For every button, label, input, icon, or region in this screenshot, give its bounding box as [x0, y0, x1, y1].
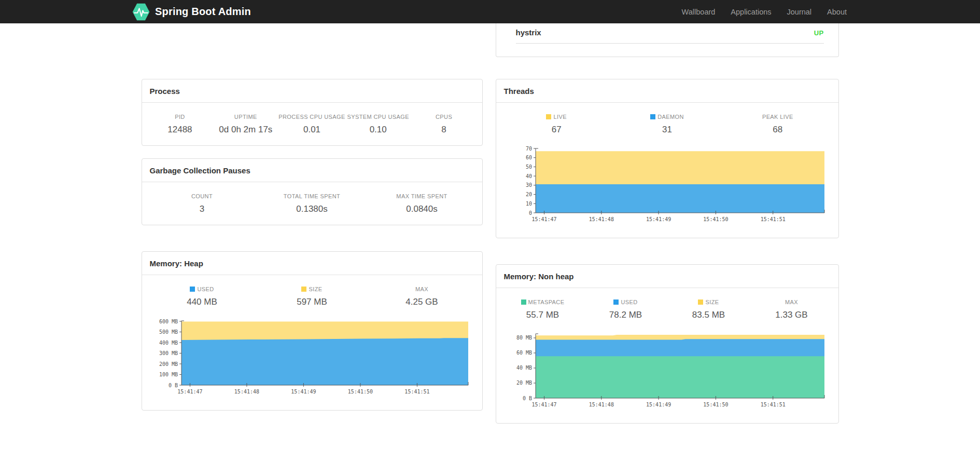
- stat-heap-max: MAX 4.25 GB: [367, 286, 477, 307]
- memory-nonheap-card: Memory: Non heap METASPACE 55.7 MB USED …: [496, 264, 839, 424]
- svg-text:0 B: 0 B: [522, 396, 531, 401]
- application-name: hystrix: [516, 28, 541, 37]
- svg-text:60 MB: 60 MB: [516, 350, 531, 356]
- svg-text:15:41:48: 15:41:48: [589, 402, 613, 407]
- svg-text:15:41:49: 15:41:49: [646, 402, 671, 407]
- left-column: Process PID 12488 UPTIME 0d 0h 2m 17s PR…: [142, 23, 483, 424]
- svg-text:40: 40: [525, 173, 531, 179]
- nonheap-stats: METASPACE 55.7 MB USED 78.2 MB SIZE 83.5…: [496, 288, 838, 331]
- navbar: Spring Boot Admin Wallboard Applications…: [0, 0, 980, 23]
- legend-swatch-metaspace: [521, 299, 526, 305]
- stat-uptime: UPTIME 0d 0h 2m 17s: [213, 114, 278, 135]
- nav-item-wallboard[interactable]: Wallboard: [674, 8, 723, 16]
- svg-text:30: 30: [525, 182, 531, 188]
- svg-text:15:41:48: 15:41:48: [589, 216, 613, 222]
- svg-text:15:41:49: 15:41:49: [291, 389, 316, 394]
- threads-chart: 01020304050607015:41:4715:41:4815:41:491…: [508, 146, 825, 225]
- gc-card-title: Garbage Collection Pauses: [142, 159, 482, 182]
- svg-text:20 MB: 20 MB: [516, 380, 531, 386]
- stat-value: 31: [612, 125, 722, 135]
- legend-swatch-live: [546, 114, 551, 119]
- nav-item-applications[interactable]: Applications: [723, 8, 779, 16]
- stat-value: 4.25 GB: [367, 297, 477, 307]
- stat-nonheap-max: MAX 1.33 GB: [750, 299, 833, 320]
- stat-value: 0.01: [278, 125, 345, 135]
- legend-swatch-daemon: [650, 114, 655, 119]
- spring-boot-admin-logo-icon: [132, 3, 150, 21]
- svg-text:70: 70: [525, 146, 531, 152]
- application-status-card: hystrix UP: [496, 23, 839, 57]
- memory-nonheap-chart: 0 B20 MB40 MB60 MB80 MB15:41:4715:41:481…: [508, 332, 825, 411]
- stat-threads-daemon: DAEMON 31: [612, 114, 722, 135]
- svg-text:15:41:47: 15:41:47: [177, 389, 202, 394]
- status-badge: UP: [814, 29, 824, 37]
- memory-heap-card: Memory: Heap USED 440 MB SIZE 597 MB MAX…: [142, 251, 483, 411]
- stat-value: 597 MB: [257, 297, 367, 307]
- stat-value: 67: [501, 125, 612, 135]
- svg-text:100 MB: 100 MB: [159, 372, 177, 377]
- stat-value: 440 MB: [147, 297, 257, 307]
- stat-value: 8: [411, 125, 477, 135]
- svg-text:15:41:48: 15:41:48: [234, 389, 259, 394]
- legend-swatch-used: [190, 287, 195, 292]
- stat-value: 0.1380s: [257, 204, 367, 214]
- svg-text:50: 50: [525, 164, 531, 170]
- brand-home-link[interactable]: Spring Boot Admin: [132, 3, 251, 21]
- stat-threads-peak-live: PEAK LIVE 68: [722, 114, 833, 135]
- stat-gc-max-time: MAX TIME SPENT 0.0840s: [367, 193, 477, 214]
- stat-value: 55.7 MB: [501, 310, 584, 320]
- stat-threads-live: LIVE 67: [501, 114, 612, 135]
- heap-card-title: Memory: Heap: [142, 252, 482, 275]
- threads-stats: LIVE 67 DAEMON 31 PEAK LIVE 68: [496, 103, 838, 145]
- nav-item-journal[interactable]: Journal: [779, 8, 820, 16]
- stat-pid: PID 12488: [147, 114, 213, 135]
- svg-text:400 MB: 400 MB: [159, 340, 177, 346]
- application-status-row[interactable]: hystrix UP: [516, 23, 824, 44]
- stat-gc-total-time: TOTAL TIME SPENT 0.1380s: [257, 193, 367, 214]
- brand-title: Spring Boot Admin: [155, 6, 251, 18]
- nonheap-card-title: Memory: Non heap: [496, 265, 838, 288]
- process-card-title: Process: [142, 79, 482, 103]
- stat-heap-used: USED 440 MB: [147, 286, 257, 307]
- stat-value: 0.0840s: [367, 204, 477, 214]
- svg-text:15:41:49: 15:41:49: [646, 216, 671, 222]
- svg-text:15:41:50: 15:41:50: [347, 389, 372, 394]
- main-content: Process PID 12488 UPTIME 0d 0h 2m 17s PR…: [142, 23, 839, 424]
- stat-nonheap-size: SIZE 83.5 MB: [667, 299, 750, 320]
- svg-text:20: 20: [525, 192, 531, 197]
- svg-text:600 MB: 600 MB: [159, 319, 177, 324]
- svg-text:15:41:51: 15:41:51: [760, 216, 785, 222]
- stat-nonheap-used: USED 78.2 MB: [584, 299, 667, 320]
- legend-swatch-used: [613, 299, 619, 305]
- svg-text:15:41:50: 15:41:50: [703, 402, 728, 407]
- svg-text:15:41:51: 15:41:51: [760, 402, 785, 407]
- svg-text:15:41:50: 15:41:50: [703, 216, 728, 222]
- process-card: Process PID 12488 UPTIME 0d 0h 2m 17s PR…: [142, 79, 483, 146]
- threads-card-title: Threads: [496, 79, 838, 103]
- svg-text:40 MB: 40 MB: [516, 365, 531, 371]
- svg-text:300 MB: 300 MB: [159, 350, 177, 356]
- nav-links: Wallboard Applications Journal About: [674, 8, 848, 16]
- svg-text:10: 10: [525, 201, 531, 207]
- right-column: hystrix UP Threads LIVE 67 DAEMON 31 PEA…: [496, 23, 839, 424]
- stat-value: 83.5 MB: [667, 310, 750, 320]
- svg-text:15:41:47: 15:41:47: [531, 402, 556, 407]
- gc-pauses-card: Garbage Collection Pauses COUNT 3 TOTAL …: [142, 158, 483, 225]
- stat-value: 68: [722, 125, 833, 135]
- stat-gc-count: COUNT 3: [147, 193, 257, 214]
- stat-value: 78.2 MB: [584, 310, 667, 320]
- svg-text:0: 0: [528, 210, 531, 216]
- svg-text:0 B: 0 B: [168, 383, 177, 388]
- stat-value: 0.10: [345, 125, 411, 135]
- stat-heap-size: SIZE 597 MB: [257, 286, 367, 307]
- heap-stats: USED 440 MB SIZE 597 MB MAX 4.25 GB: [142, 275, 482, 318]
- svg-text:15:41:51: 15:41:51: [404, 389, 429, 394]
- gc-stats: COUNT 3 TOTAL TIME SPENT 0.1380s MAX TIM…: [142, 182, 482, 225]
- stat-value: 3: [147, 204, 257, 214]
- threads-card: Threads LIVE 67 DAEMON 31 PEAK LIVE 68 0…: [496, 79, 839, 238]
- stat-cpus: CPUS 8: [411, 114, 477, 135]
- nav-item-about[interactable]: About: [819, 8, 848, 16]
- svg-text:60: 60: [525, 155, 531, 160]
- stat-value: 12488: [147, 125, 213, 135]
- stat-value: 0d 0h 2m 17s: [213, 125, 278, 135]
